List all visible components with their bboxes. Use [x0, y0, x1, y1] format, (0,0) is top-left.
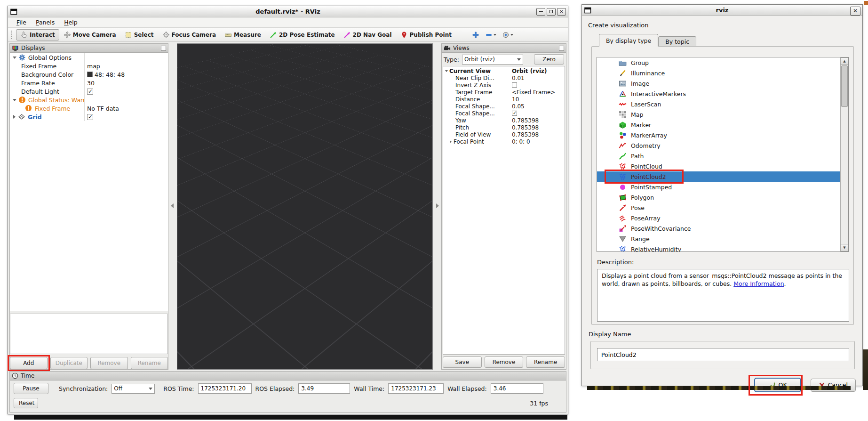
ok-button[interactable]: OK: [754, 378, 801, 392]
views-remove-button[interactable]: Remove: [485, 356, 524, 368]
views-rename-button[interactable]: Rename: [526, 356, 565, 368]
tool-2d-pose-estimate[interactable]: 2D Pose Estimate: [265, 29, 339, 40]
view-row-pitch[interactable]: Pitch 0.785398: [443, 124, 565, 131]
tree-row-fixed-frame[interactable]: Fixed Frame map: [10, 62, 168, 70]
view-type-select[interactable]: Orbit (rviz): [462, 55, 523, 65]
expander-right-icon[interactable]: [13, 115, 16, 119]
zero-button[interactable]: Zero: [534, 54, 564, 65]
tree-row-status-fixed-frame[interactable]: Fixed Frame No TF data: [10, 104, 168, 113]
tool-publish-point[interactable]: Publish Point: [396, 29, 456, 40]
scroll-down-icon[interactable]: ▼: [841, 244, 848, 251]
displays-panel-header[interactable]: Displays: [10, 44, 168, 53]
list-item-odometry[interactable]: Odometry: [597, 140, 840, 151]
close-icon[interactable]: ✕: [557, 8, 566, 16]
checkbox-checked[interactable]: [87, 89, 93, 95]
tool-properties-icon[interactable]: [502, 31, 513, 39]
fixed-frame-value[interactable]: map: [87, 63, 100, 70]
view-row-near-clip[interactable]: Near Clip Di... 0.01: [443, 74, 565, 81]
list-item-interactivemarkers[interactable]: InteractiveMarkers: [597, 89, 840, 99]
3d-viewport[interactable]: [177, 43, 433, 370]
tool-move-camera[interactable]: Move Camera: [59, 29, 120, 40]
list-scrollbar[interactable]: ▲ ▼: [840, 57, 848, 251]
list-item-image[interactable]: Image: [597, 78, 840, 89]
tool-select[interactable]: Select: [120, 29, 158, 40]
view-row-focal-shape-size[interactable]: Focal Shape... 0.05: [443, 103, 565, 110]
splitter-right[interactable]: [433, 43, 441, 370]
tree-row-grid[interactable]: Grid: [10, 113, 168, 121]
main-titlebar[interactable]: default.rviz* - RViz ✕: [8, 6, 568, 17]
list-item-map[interactable]: Map: [597, 109, 840, 120]
views-panel-header[interactable]: Views: [442, 44, 566, 53]
expander-down-icon[interactable]: [445, 70, 448, 72]
expander-down-icon[interactable]: [13, 57, 16, 59]
checkbox-checked[interactable]: [512, 111, 517, 116]
list-item-posewithcovariance[interactable]: PoseWithCovariance: [597, 223, 840, 234]
add-tool-plus-icon[interactable]: [472, 31, 479, 39]
view-row-distance[interactable]: Distance 10: [443, 96, 565, 103]
list-item-pointcloud[interactable]: PointCloud: [597, 161, 840, 171]
menu-panels[interactable]: Panels: [32, 18, 58, 27]
pause-button[interactable]: Pause: [14, 383, 48, 394]
list-item-posearray[interactable]: PoseArray: [597, 213, 840, 223]
expander-down-icon[interactable]: [13, 99, 16, 101]
reset-button[interactable]: Reset: [14, 398, 38, 408]
tool-2d-nav-goal[interactable]: 2D Nav Goal: [339, 29, 396, 40]
menu-file[interactable]: File: [13, 18, 30, 27]
ros-elapsed-input[interactable]: [298, 383, 350, 394]
tree-row-global-options[interactable]: Global Options: [10, 53, 168, 62]
menu-help[interactable]: Help: [60, 18, 81, 27]
list-item-laserscan[interactable]: LaserScan: [597, 99, 840, 109]
wall-time-input[interactable]: [388, 383, 444, 394]
list-item-relativehumidity[interactable]: RelativeHumidity: [597, 244, 840, 252]
list-item-markerarray[interactable]: MarkerArray: [597, 130, 840, 140]
wall-elapsed-input[interactable]: [491, 383, 543, 394]
list-item-group[interactable]: Group: [597, 57, 840, 68]
add-button[interactable]: Add: [10, 357, 48, 369]
view-row-focal-point[interactable]: Focal Point 0; 0; 0: [443, 138, 565, 145]
expander-right-icon[interactable]: [450, 140, 452, 143]
duplicate-button[interactable]: Duplicate: [50, 357, 88, 369]
tree-row-background-color[interactable]: Background Color 48; 48; 48: [10, 70, 168, 79]
rename-button[interactable]: Rename: [131, 357, 168, 369]
display-type-list[interactable]: Group Illuminance Image InteractiveMarke…: [597, 57, 849, 252]
checkbox-checked[interactable]: [87, 114, 93, 120]
view-row-current-view[interactable]: Current View Orbit (rviz): [443, 67, 565, 74]
ros-time-input[interactable]: [198, 383, 252, 394]
list-item-pointcloud2-selected[interactable]: PointCloud2: [597, 171, 840, 182]
dialog-titlebar[interactable]: rviz ✕: [582, 5, 862, 16]
view-row-field-of-view[interactable]: Field of View 0.785398: [443, 131, 565, 138]
list-item-range[interactable]: Range: [597, 234, 840, 244]
list-item-illuminance[interactable]: Illuminance: [597, 68, 840, 78]
display-name-input[interactable]: [597, 348, 849, 361]
chevron-down-icon[interactable]: [510, 34, 513, 36]
collapse-left-icon[interactable]: [171, 203, 174, 208]
toolbar-drag-handle[interactable]: [11, 30, 13, 40]
list-item-pose[interactable]: Pose: [597, 202, 840, 213]
list-item-pointstamped[interactable]: PointStamped: [597, 182, 840, 192]
tree-row-global-status[interactable]: Global Status: Warn: [10, 96, 168, 104]
more-information-link[interactable]: More Information: [733, 280, 784, 287]
maximize-icon[interactable]: [547, 8, 556, 16]
tab-by-display-type[interactable]: By display type: [599, 34, 658, 47]
view-row-target-frame[interactable]: Target Frame <Fixed Frame>: [443, 89, 565, 96]
tool-measure[interactable]: Measure: [220, 29, 265, 40]
list-item-path[interactable]: Path: [597, 151, 840, 161]
remove-tool-minus-icon[interactable]: [485, 31, 496, 39]
time-panel-header[interactable]: Time: [10, 372, 566, 381]
tool-focus-camera[interactable]: Focus Camera: [158, 29, 221, 40]
tree-row-frame-rate[interactable]: Frame Rate 30: [10, 79, 168, 87]
sync-select[interactable]: Off: [111, 384, 155, 394]
list-item-marker[interactable]: Marker: [597, 120, 840, 130]
chevron-down-icon[interactable]: [494, 34, 496, 36]
view-row-yaw[interactable]: Yaw 0.785398: [443, 117, 565, 124]
scroll-up-icon[interactable]: ▲: [841, 57, 848, 65]
scrollbar-thumb[interactable]: [841, 65, 848, 107]
view-row-invert-z[interactable]: Invert Z Axis: [443, 81, 565, 89]
minimize-icon[interactable]: [536, 8, 545, 16]
checkbox-unchecked[interactable]: [512, 82, 517, 88]
remove-button[interactable]: Remove: [90, 357, 128, 369]
color-swatch[interactable]: [87, 72, 93, 77]
tree-row-default-light[interactable]: Default Light: [10, 87, 168, 96]
splitter-left[interactable]: [168, 43, 177, 370]
tool-interact[interactable]: Interact: [16, 29, 59, 40]
